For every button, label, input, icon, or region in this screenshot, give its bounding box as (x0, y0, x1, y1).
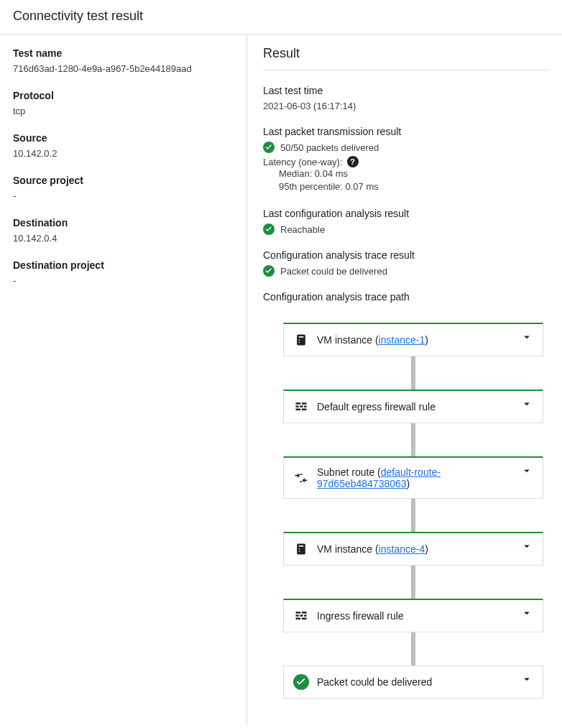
trace-step-vm-1[interactable]: VM instance (instance-1) (283, 323, 543, 356)
svg-point-17 (299, 551, 300, 553)
chevron-down-icon[interactable] (520, 539, 534, 553)
firewall-icon (294, 609, 308, 623)
vm-icon (294, 333, 308, 347)
right-panel: Result Last test time 2021-06-03 (16:17:… (247, 34, 562, 726)
packet-result-value: 50/50 packets delivered (280, 142, 379, 153)
instance-link[interactable]: instance-4 (379, 543, 425, 555)
protocol-value: tcp (13, 106, 234, 116)
svg-rect-24 (302, 618, 307, 620)
trace-step-vm-2[interactable]: VM instance (instance-4) (283, 532, 543, 566)
destination-label: Destination (13, 217, 234, 229)
svg-rect-7 (296, 403, 301, 405)
svg-rect-19 (302, 612, 307, 614)
trace-step-text: Packet could be delivered (317, 676, 533, 688)
svg-point-16 (299, 549, 300, 550)
config-analysis-row: Reachable (263, 224, 549, 235)
trace-step-text: VM instance (instance-1) (317, 334, 533, 346)
destination-project-value: - (13, 275, 234, 286)
test-name-label: Test name (13, 47, 234, 59)
latency-median: Median: 0.04 ms (279, 167, 549, 180)
latency-row: Latency (one-way): ? (263, 156, 549, 167)
svg-point-5 (299, 340, 300, 341)
config-analysis-label: Last configuration analysis result (263, 208, 549, 219)
trace-step-firewall-ingress[interactable]: Ingress firewall rule (283, 599, 543, 632)
svg-rect-14 (297, 544, 305, 555)
field-destination: Destination 10.142.0.4 (13, 217, 234, 244)
packet-result-row: 50/50 packets delivered (263, 142, 549, 153)
field-test-name: Test name 716d63ad-1280-4e9a-a967-5b2e44… (13, 47, 234, 74)
source-project-value: - (13, 190, 234, 201)
svg-rect-10 (300, 406, 303, 408)
route-icon (294, 471, 308, 485)
svg-rect-18 (296, 612, 301, 614)
trace-step-route[interactable]: Subnet route (default-route-97d65eb48473… (283, 456, 543, 499)
svg-rect-8 (302, 403, 307, 405)
trace-result-row: Packet could be delivered (263, 265, 549, 277)
svg-rect-11 (304, 406, 306, 408)
trace-step-text: VM instance (instance-4) (317, 543, 533, 555)
trace-path-label: Configuration analysis trace path (263, 291, 549, 303)
trace-connector (411, 632, 415, 665)
svg-rect-4 (299, 336, 304, 338)
destination-project-label: Destination project (13, 259, 234, 271)
svg-rect-9 (296, 406, 299, 408)
trace-step-delivered[interactable]: Packet could be delivered (283, 665, 543, 699)
svg-rect-13 (302, 409, 307, 411)
trace-step-text: Default egress firewall rule (317, 401, 533, 413)
config-analysis-value: Reachable (280, 224, 325, 235)
last-test-time-value: 2021-06-03 (16:17:14) (263, 101, 549, 111)
svg-rect-20 (296, 615, 299, 617)
trace-connector (411, 566, 415, 599)
trace-connector (411, 356, 415, 390)
svg-point-6 (299, 342, 300, 344)
trace-connector (411, 499, 415, 532)
trace-result-label: Configuration analysis trace result (263, 249, 549, 261)
chevron-down-icon[interactable] (520, 330, 534, 344)
svg-rect-21 (300, 615, 303, 617)
destination-value: 10.142.0.4 (13, 233, 234, 244)
source-value: 10.142.0.2 (13, 148, 234, 159)
trace-step-text: Ingress firewall rule (317, 610, 533, 622)
section-last-test-time: Last test time 2021-06-03 (16:17:14) (263, 85, 549, 111)
source-label: Source (13, 132, 234, 144)
trace-step-text: Subnet route (default-route-97d65eb48473… (317, 466, 533, 489)
field-destination-project: Destination project - (13, 259, 234, 286)
section-trace-path: Configuration analysis trace path VM ins… (263, 291, 549, 699)
trace-path-container: VM instance (instance-1) Default egress … (263, 323, 549, 699)
instance-link[interactable]: instance-1 (379, 334, 425, 346)
field-protocol: Protocol tcp (13, 90, 234, 116)
svg-rect-15 (299, 545, 304, 547)
svg-rect-3 (297, 335, 305, 346)
trace-connector (411, 423, 415, 456)
svg-rect-12 (296, 409, 301, 411)
help-icon[interactable]: ? (347, 156, 359, 167)
chevron-down-icon[interactable] (520, 464, 534, 478)
svg-rect-23 (296, 618, 301, 620)
trace-step-firewall-egress[interactable]: Default egress firewall rule (283, 390, 543, 423)
section-trace-result: Configuration analysis trace result Pack… (263, 249, 549, 277)
last-test-time-label: Last test time (263, 85, 549, 96)
section-packet-result: Last packet transmission result 50/50 pa… (263, 126, 549, 193)
page-header: Connectivity test result (0, 0, 562, 34)
source-project-label: Source project (13, 175, 234, 186)
content-columns: Test name 716d63ad-1280-4e9a-a967-5b2e44… (0, 34, 562, 726)
chevron-down-icon[interactable] (520, 606, 534, 620)
latency-label: Latency (one-way): (263, 157, 343, 167)
svg-rect-22 (304, 615, 306, 617)
check-circle-icon (294, 675, 308, 689)
left-panel: Test name 716d63ad-1280-4e9a-a967-5b2e44… (0, 34, 247, 726)
trace-result-value: Packet could be delivered (280, 266, 387, 277)
check-circle-icon (263, 224, 275, 235)
chevron-down-icon[interactable] (520, 672, 534, 686)
latency-details: Median: 0.04 ms 95th percentile: 0.07 ms (279, 167, 549, 193)
field-source-project: Source project - (13, 175, 234, 201)
result-heading: Result (263, 46, 549, 70)
protocol-label: Protocol (13, 90, 234, 101)
section-config-analysis: Last configuration analysis result Reach… (263, 208, 549, 235)
test-name-value: 716d63ad-1280-4e9a-a967-5b2e44189aad (13, 63, 234, 74)
latency-p95: 95th percentile: 0.07 ms (279, 180, 549, 193)
chevron-down-icon[interactable] (520, 397, 534, 411)
packet-result-label: Last packet transmission result (263, 126, 549, 137)
vm-icon (294, 542, 308, 556)
page-title: Connectivity test result (13, 9, 549, 24)
